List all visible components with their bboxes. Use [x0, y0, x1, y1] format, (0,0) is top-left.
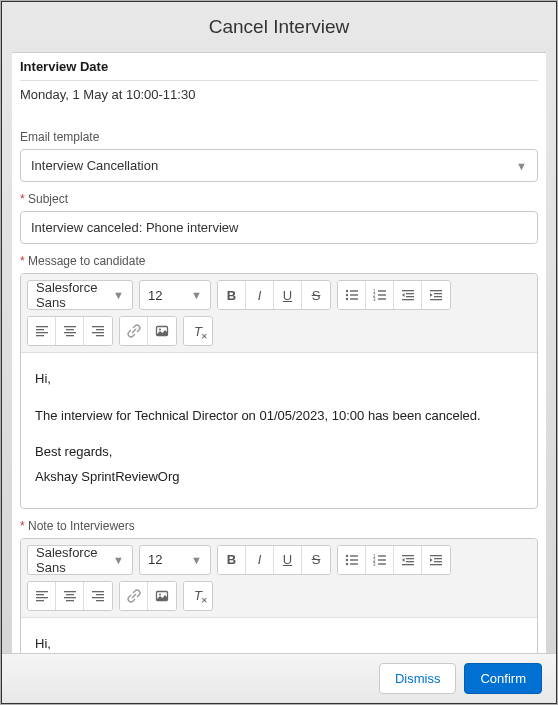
- indent-button[interactable]: [422, 281, 450, 309]
- svg-rect-45: [378, 563, 386, 564]
- font-select[interactable]: Salesforce Sans ▼: [27, 280, 133, 310]
- subject-input[interactable]: [20, 211, 538, 244]
- subject-label: Subject: [20, 192, 538, 206]
- message-body[interactable]: Hi, The interview for Technical Director…: [21, 353, 537, 508]
- font-select[interactable]: Salesforce Sans ▼: [27, 545, 133, 575]
- note-label: Note to Interviewers: [20, 519, 538, 533]
- svg-rect-46: [402, 555, 414, 556]
- fontsize-select[interactable]: 12 ▼: [139, 280, 211, 310]
- svg-rect-29: [96, 329, 104, 330]
- svg-rect-12: [402, 290, 414, 291]
- email-template-select[interactable]: Interview Cancellation ▼: [20, 149, 538, 182]
- svg-rect-41: [378, 555, 386, 556]
- svg-rect-5: [350, 298, 358, 299]
- clear-format-button[interactable]: T✕: [184, 317, 212, 345]
- svg-rect-39: [350, 563, 358, 564]
- note-editor: Salesforce Sans ▼ 12 ▼ B I U S 123: [20, 538, 538, 656]
- align-center-button[interactable]: [56, 582, 84, 610]
- svg-rect-57: [36, 600, 44, 601]
- svg-rect-20: [36, 326, 48, 327]
- svg-rect-27: [66, 335, 74, 336]
- svg-rect-3: [350, 294, 358, 295]
- fontsize-select[interactable]: 12 ▼: [139, 545, 211, 575]
- svg-rect-61: [66, 600, 74, 601]
- link-button[interactable]: [120, 317, 148, 345]
- svg-rect-16: [430, 290, 442, 291]
- svg-rect-35: [350, 555, 358, 556]
- chevron-down-icon: ▼: [191, 289, 202, 301]
- align-right-button[interactable]: [84, 582, 112, 610]
- fontsize-value: 12: [148, 552, 162, 567]
- align-left-button[interactable]: [28, 317, 56, 345]
- dismiss-button[interactable]: Dismiss: [379, 663, 457, 694]
- svg-text:3: 3: [373, 297, 376, 302]
- underline-button[interactable]: U: [274, 546, 302, 574]
- image-button[interactable]: [148, 317, 176, 345]
- strike-button[interactable]: S: [302, 546, 330, 574]
- svg-rect-1: [350, 290, 358, 291]
- svg-rect-11: [378, 298, 386, 299]
- link-button[interactable]: [120, 582, 148, 610]
- svg-rect-58: [64, 591, 76, 592]
- email-template-label: Email template: [20, 130, 538, 144]
- italic-button[interactable]: I: [246, 281, 274, 309]
- svg-point-4: [345, 298, 347, 300]
- svg-point-0: [345, 290, 347, 292]
- number-list-button[interactable]: 123: [366, 281, 394, 309]
- svg-rect-50: [430, 555, 442, 556]
- bold-button[interactable]: B: [218, 546, 246, 574]
- svg-rect-13: [406, 293, 414, 294]
- svg-rect-51: [434, 558, 442, 559]
- svg-text:1: 1: [373, 289, 376, 294]
- align-center-button[interactable]: [56, 317, 84, 345]
- svg-rect-21: [36, 329, 44, 330]
- underline-button[interactable]: U: [274, 281, 302, 309]
- svg-point-67: [159, 593, 161, 595]
- svg-rect-65: [96, 600, 104, 601]
- svg-rect-28: [92, 326, 104, 327]
- svg-rect-66: [157, 591, 168, 600]
- svg-rect-52: [434, 561, 442, 562]
- note-body[interactable]: Hi, The interview for Technical Director…: [21, 618, 537, 656]
- confirm-button[interactable]: Confirm: [464, 663, 542, 694]
- svg-rect-49: [402, 564, 414, 565]
- message-editor: Salesforce Sans ▼ 12 ▼ B I U S 123: [20, 273, 538, 509]
- font-value: Salesforce Sans: [36, 280, 105, 310]
- italic-button[interactable]: I: [246, 546, 274, 574]
- svg-rect-64: [92, 597, 104, 598]
- svg-point-34: [345, 555, 347, 557]
- svg-rect-43: [378, 559, 386, 560]
- outdent-button[interactable]: [394, 281, 422, 309]
- message-label: Message to candidate: [20, 254, 538, 268]
- note-toolbar: Salesforce Sans ▼ 12 ▼ B I U S 123: [21, 539, 537, 618]
- modal-title: Cancel Interview: [2, 2, 556, 52]
- strike-button[interactable]: S: [302, 281, 330, 309]
- svg-point-38: [345, 563, 347, 565]
- outdent-button[interactable]: [394, 546, 422, 574]
- svg-rect-56: [36, 597, 48, 598]
- svg-point-2: [345, 294, 347, 296]
- modal-body[interactable]: Interview Date Monday, 1 May at 10:00-11…: [12, 52, 546, 656]
- indent-button[interactable]: [422, 546, 450, 574]
- cancel-interview-modal: Cancel Interview Interview Date Monday, …: [1, 1, 557, 704]
- bullet-list-button[interactable]: [338, 546, 366, 574]
- chevron-down-icon: ▼: [191, 554, 202, 566]
- clear-format-button[interactable]: T✕: [184, 582, 212, 610]
- svg-rect-53: [430, 564, 442, 565]
- svg-rect-25: [66, 329, 74, 330]
- svg-rect-37: [350, 559, 358, 560]
- modal-footer: Dismiss Confirm: [2, 653, 556, 703]
- bullet-list-button[interactable]: [338, 281, 366, 309]
- svg-text:1: 1: [373, 553, 376, 558]
- image-button[interactable]: [148, 582, 176, 610]
- svg-text:3: 3: [373, 561, 376, 566]
- bold-button[interactable]: B: [218, 281, 246, 309]
- svg-rect-54: [36, 591, 48, 592]
- chevron-down-icon: ▼: [113, 289, 124, 301]
- align-left-button[interactable]: [28, 582, 56, 610]
- chevron-down-icon: ▼: [113, 554, 124, 566]
- align-right-button[interactable]: [84, 317, 112, 345]
- svg-text:2: 2: [373, 557, 376, 562]
- svg-rect-59: [66, 594, 74, 595]
- number-list-button[interactable]: 123: [366, 546, 394, 574]
